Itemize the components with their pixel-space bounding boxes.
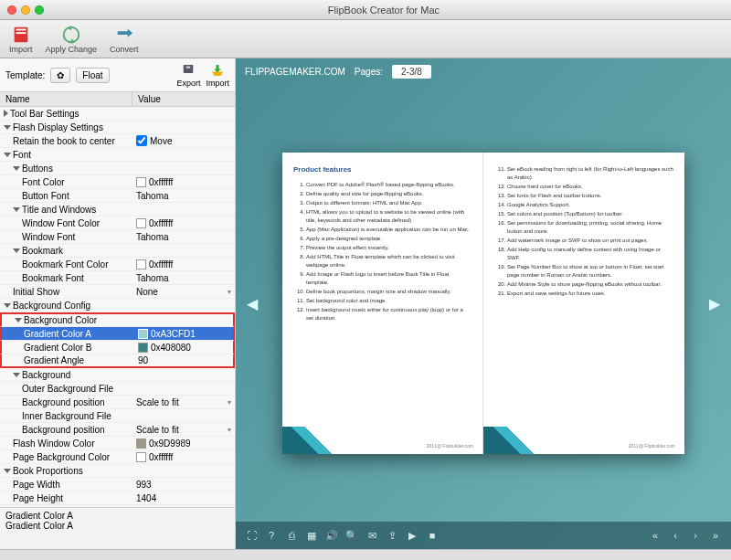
prop-row[interactable]: Page Height1404: [0, 491, 235, 505]
pages-indicator[interactable]: 2-3/8: [392, 65, 431, 79]
sound-icon[interactable]: 🔊: [325, 529, 338, 542]
import-button[interactable]: Import: [9, 22, 33, 56]
prop-row[interactable]: Gradient Color B0x408080: [0, 341, 235, 354]
color-swatch[interactable]: [138, 343, 148, 353]
prop-row[interactable]: Flash Display Settings: [0, 121, 235, 134]
first-page-icon[interactable]: «: [649, 529, 662, 542]
preview-panel: FLIPPAGEMAKER.COM Pages: 2-3/8 ◀ Product…: [236, 58, 731, 549]
color-swatch[interactable]: [136, 259, 146, 269]
template-settings-button[interactable]: ✿: [50, 68, 70, 83]
prop-row[interactable]: Page Background Color0xffffff: [0, 450, 235, 464]
prop-row[interactable]: Font: [0, 148, 235, 162]
dropdown-icon[interactable]: ▾: [228, 398, 231, 407]
dropdown-icon[interactable]: ▾: [228, 426, 231, 434]
book-pages[interactable]: Product features Convert PDF to Adobe® F…: [282, 153, 684, 454]
prop-value: 90: [138, 355, 148, 365]
expand-icon[interactable]: [4, 303, 11, 308]
expand-icon[interactable]: [4, 469, 11, 473]
template-import-button[interactable]: Import: [206, 62, 229, 88]
color-swatch[interactable]: [138, 329, 148, 339]
close-icon[interactable]: [7, 5, 16, 15]
expand-icon[interactable]: [13, 373, 20, 377]
prop-row[interactable]: Initial ShowNone▾: [0, 285, 235, 299]
prop-value: 0xffffff: [149, 259, 173, 269]
prev-page-arrow[interactable]: ◀: [238, 285, 267, 321]
prop-value: 0xffffff: [149, 218, 173, 228]
thumbnails-icon[interactable]: ▦: [305, 529, 318, 542]
prop-name: Inner Background File: [22, 411, 111, 421]
color-swatch[interactable]: [136, 218, 146, 228]
apply-change-button[interactable]: Apply Change: [46, 22, 98, 56]
prop-name: Background Config: [13, 301, 90, 311]
prop-row[interactable]: Inner Background File: [0, 409, 235, 423]
expand-icon[interactable]: [4, 110, 8, 117]
template-float-button[interactable]: Float: [76, 68, 109, 83]
next-page-icon[interactable]: ›: [689, 529, 702, 542]
zoom-icon[interactable]: 🔍: [345, 529, 358, 542]
prop-row[interactable]: Title and Windows: [0, 203, 235, 217]
email-icon[interactable]: ✉: [366, 529, 378, 542]
print-icon[interactable]: ⎙: [285, 529, 298, 542]
prop-row[interactable]: Background positionScale to fit▾: [0, 396, 235, 409]
color-swatch[interactable]: [136, 177, 146, 187]
expand-icon[interactable]: [13, 248, 20, 253]
prop-row[interactable]: Flash Window Color0x9D9989: [0, 437, 235, 450]
prop-row[interactable]: Button FontTahoma: [0, 189, 235, 203]
pages-label: Pages:: [355, 67, 383, 77]
expand-icon[interactable]: [13, 166, 20, 171]
next-page-arrow[interactable]: ▶: [700, 285, 729, 321]
prop-value: 1404: [136, 493, 156, 503]
prop-name: Flash Display Settings: [13, 122, 103, 132]
prop-row[interactable]: Font Color0xffffff: [0, 175, 235, 189]
prop-row[interactable]: Background: [0, 368, 235, 382]
prop-value: Tahoma: [136, 191, 169, 201]
help-icon[interactable]: ?: [265, 529, 278, 542]
stop-icon[interactable]: ■: [426, 529, 439, 542]
col-name: Name: [0, 92, 132, 106]
prev-page-icon[interactable]: ‹: [669, 529, 682, 542]
prop-row[interactable]: Retain the book to centerMove: [0, 134, 235, 148]
prop-name: Buttons: [22, 164, 53, 174]
prop-row[interactable]: Buttons: [0, 162, 235, 175]
prop-value: Move: [150, 136, 172, 146]
prop-row[interactable]: Background Color: [0, 312, 235, 327]
prop-row[interactable]: Bookmark: [0, 244, 235, 258]
convert-button[interactable]: Convert: [110, 22, 139, 56]
prop-row[interactable]: Gradient Angle90: [0, 354, 235, 368]
last-page-icon[interactable]: »: [709, 529, 722, 542]
prop-row[interactable]: Window Font Color0xffffff: [0, 217, 235, 230]
zoom-icon[interactable]: [35, 5, 44, 15]
minimize-icon[interactable]: [21, 5, 30, 15]
prop-row[interactable]: Window FontTahoma: [0, 230, 235, 244]
prop-row[interactable]: Page Width993: [0, 478, 235, 491]
prop-row[interactable]: Outer Background File: [0, 382, 235, 396]
prop-value: 0x9D9989: [149, 438, 191, 449]
prop-row[interactable]: Gradient Color A0xA3CFD1: [0, 327, 235, 341]
expand-icon[interactable]: [13, 207, 20, 212]
expand-icon[interactable]: [4, 125, 11, 130]
prop-row[interactable]: Book Proportions: [0, 464, 235, 478]
prop-row[interactable]: Background positionScale to fit▾: [0, 423, 235, 437]
prop-row[interactable]: Tool Bar Settings: [0, 107, 235, 121]
expand-icon[interactable]: [15, 318, 22, 322]
template-export-button[interactable]: Export: [176, 62, 200, 88]
fullscreen-icon[interactable]: ⛶: [245, 529, 258, 542]
expand-icon[interactable]: [4, 153, 11, 157]
prop-name: Gradient Color A: [24, 329, 91, 339]
prop-row[interactable]: Background Config: [0, 299, 235, 312]
dropdown-icon[interactable]: ▾: [228, 288, 231, 296]
share-icon[interactable]: ⇪: [386, 529, 398, 542]
property-grid[interactable]: Tool Bar SettingsFlash Display SettingsR…: [0, 107, 235, 507]
feature-item: Set background color and image.: [306, 297, 471, 305]
autoflip-icon[interactable]: ▶: [406, 529, 418, 542]
prop-checkbox[interactable]: [136, 135, 147, 146]
prop-row[interactable]: Bookmark FontTahoma: [0, 271, 235, 285]
color-swatch[interactable]: [136, 452, 146, 462]
prop-name: Font Color: [22, 177, 65, 187]
feature-item: Set colors and position (Top/Bottom) for…: [507, 210, 673, 218]
color-swatch[interactable]: [136, 438, 146, 449]
svg-rect-1: [16, 28, 26, 30]
prop-row[interactable]: Bookmark Font Color0xffffff: [0, 258, 235, 271]
titlebar: FlipBook Creator for Mac: [0, 0, 731, 20]
feature-item: Add watermark image or SWF to show on pr…: [507, 237, 673, 245]
